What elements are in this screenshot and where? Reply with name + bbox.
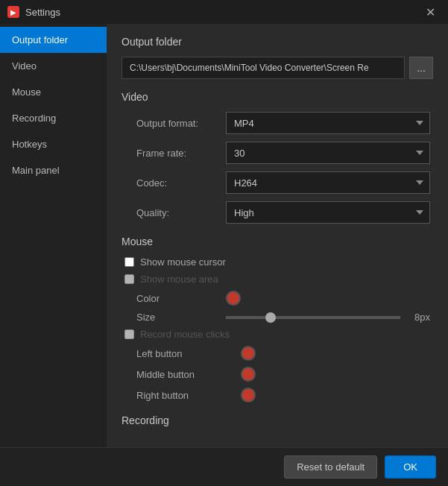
show-mouse-cursor-label: Show mouse cursor: [140, 256, 226, 268]
middle-button-row: Middle button: [122, 367, 433, 382]
show-mouse-area-checkbox[interactable]: [124, 274, 134, 284]
codec-label: Codec:: [136, 177, 226, 189]
browse-button[interactable]: ...: [409, 57, 433, 79]
codec-select[interactable]: H264 H265: [226, 171, 430, 194]
reset-to-default-button[interactable]: Reset to default: [284, 455, 377, 479]
content-area: Output folder ... Video Output format: M…: [107, 24, 448, 447]
mouse-section: Mouse Show mouse cursor Show mouse area …: [122, 236, 433, 403]
frame-rate-label: Frame rate:: [136, 148, 226, 159]
titlebar: ▶ Settings ✕: [0, 0, 448, 24]
record-mouse-clicks-label: Record mouse clicks: [140, 329, 230, 340]
sidebar: Output folder Video Mouse Recording Hotk…: [0, 24, 107, 447]
right-button-label: Right button: [136, 390, 241, 401]
size-slider[interactable]: [226, 316, 400, 319]
middle-button-color-swatch[interactable]: [241, 367, 256, 382]
footer: Reset to default OK: [0, 447, 448, 486]
middle-button-label: Middle button: [136, 369, 241, 380]
record-mouse-clicks-row: Record mouse clicks: [122, 329, 433, 340]
output-format-label: Output format:: [136, 118, 226, 129]
output-format-row: Output format: MP4 AVI MOV: [122, 112, 433, 134]
sidebar-item-video[interactable]: Video: [0, 53, 107, 79]
video-section: Video Output format: MP4 AVI MOV Frame r…: [122, 91, 433, 224]
path-input[interactable]: [122, 57, 405, 79]
output-folder-title: Output folder: [122, 36, 433, 48]
size-value: 8px: [400, 312, 430, 323]
frame-rate-select[interactable]: 30 60 24: [226, 142, 430, 164]
color-row: Color: [122, 291, 433, 306]
show-mouse-cursor-row: Show mouse cursor: [122, 256, 433, 268]
color-label: Color: [136, 293, 226, 304]
mouse-section-title: Mouse: [122, 236, 433, 247]
frame-rate-row: Frame rate: 30 60 24: [122, 142, 433, 164]
show-mouse-area-label: Show mouse area: [140, 274, 218, 285]
show-mouse-area-row: Show mouse area: [122, 274, 433, 285]
left-button-label: Left button: [136, 348, 241, 359]
sidebar-item-mouse[interactable]: Mouse: [0, 79, 107, 105]
path-row: ...: [122, 57, 433, 79]
record-mouse-clicks-checkbox[interactable]: [124, 329, 134, 339]
codec-row: Codec: H264 H265: [122, 171, 433, 194]
window-title: Settings: [25, 7, 420, 18]
sidebar-item-output-folder[interactable]: Output folder: [0, 27, 107, 53]
size-label: Size: [136, 312, 226, 323]
main-content: Output folder Video Mouse Recording Hotk…: [0, 24, 448, 447]
size-row: Size 8px: [122, 312, 433, 323]
video-section-title: Video: [122, 91, 433, 103]
output-format-select[interactable]: MP4 AVI MOV: [226, 112, 430, 134]
app-icon: ▶: [7, 6, 19, 18]
left-button-color-swatch[interactable]: [241, 346, 256, 361]
quality-label: Quality:: [136, 207, 226, 218]
sidebar-item-hotkeys[interactable]: Hotkeys: [0, 131, 107, 157]
settings-window: ▶ Settings ✕ Output folder Video Mouse R…: [0, 0, 448, 486]
right-button-row: Right button: [122, 388, 433, 403]
cursor-color-swatch[interactable]: [226, 291, 241, 306]
right-button-color-swatch[interactable]: [241, 388, 256, 403]
close-button[interactable]: ✕: [420, 1, 441, 22]
show-mouse-cursor-checkbox[interactable]: [124, 257, 134, 267]
quality-select[interactable]: High Medium Low: [226, 201, 430, 224]
recording-section-title: Recording: [122, 414, 433, 426]
ok-button[interactable]: OK: [385, 455, 436, 479]
left-button-row: Left button: [122, 346, 433, 361]
quality-row: Quality: High Medium Low: [122, 201, 433, 224]
sidebar-item-recording[interactable]: Recording: [0, 105, 107, 131]
sidebar-item-main-panel[interactable]: Main panel: [0, 157, 107, 183]
